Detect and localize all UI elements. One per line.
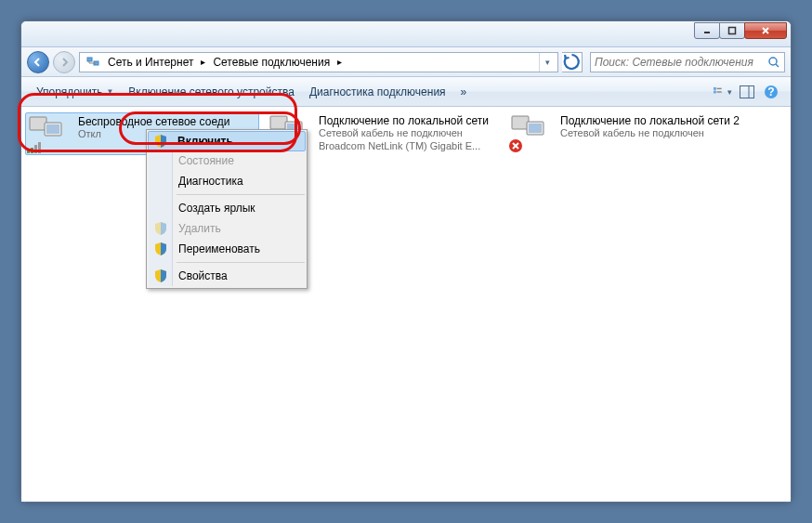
svg-rect-21 bbox=[270, 116, 287, 129]
svg-rect-28 bbox=[529, 124, 542, 133]
shield-icon bbox=[153, 268, 168, 283]
minimize-button[interactable] bbox=[694, 22, 720, 39]
view-button[interactable]: ▾ bbox=[713, 82, 733, 102]
svg-rect-6 bbox=[714, 86, 716, 89]
svg-text:?: ? bbox=[767, 85, 774, 98]
ctx-create-shortcut[interactable]: Создать ярлык bbox=[149, 198, 305, 218]
wifi-signal-icon bbox=[26, 141, 45, 154]
connection-status: Сетевой кабель не подключен bbox=[560, 127, 740, 139]
ctx-rename[interactable]: Переименовать bbox=[149, 239, 305, 259]
diagnose-button[interactable]: Диагностика подключения bbox=[302, 82, 453, 102]
error-x-icon bbox=[508, 138, 523, 153]
maximize-button[interactable] bbox=[719, 22, 745, 39]
search-icon bbox=[767, 56, 780, 69]
svg-rect-26 bbox=[512, 116, 529, 129]
network-icon bbox=[85, 55, 100, 70]
close-button[interactable] bbox=[744, 22, 787, 39]
explorer-window: Сеть и Интернет▸ Сетевые подключения▸ ▾ … bbox=[20, 20, 792, 503]
search-box[interactable] bbox=[590, 52, 785, 72]
shield-icon bbox=[153, 134, 168, 149]
address-row: Сеть и Интернет▸ Сетевые подключения▸ ▾ bbox=[21, 47, 791, 77]
preview-pane-button[interactable] bbox=[737, 82, 757, 102]
back-button[interactable] bbox=[27, 51, 49, 73]
shield-icon bbox=[153, 221, 168, 236]
ctx-properties[interactable]: Свойства bbox=[149, 266, 305, 286]
svg-rect-2 bbox=[87, 58, 92, 61]
svg-rect-19 bbox=[34, 145, 37, 153]
chevron-right-icon[interactable]: ▸ bbox=[334, 57, 346, 67]
connection-name: Беспроводное сетевое соеди bbox=[78, 115, 256, 128]
connection-name: Подключение по локальной сети 2 bbox=[560, 114, 740, 127]
enable-device-button[interactable]: Включение сетевого устройства bbox=[121, 82, 302, 102]
toolbar-more[interactable]: » bbox=[453, 82, 475, 102]
wireless-adapter-icon bbox=[28, 115, 72, 152]
svg-rect-10 bbox=[740, 85, 754, 98]
ctx-diagnostics[interactable]: Диагностика bbox=[149, 171, 305, 191]
connection-device: Broadcom NetLink (TM) Gigabit E... bbox=[319, 140, 499, 152]
address-dropdown[interactable]: ▾ bbox=[539, 53, 556, 72]
breadcrumb-parent[interactable]: Сеть и Интернет▸ bbox=[104, 53, 209, 72]
ctx-enable[interactable]: Включить bbox=[148, 131, 306, 151]
separator bbox=[177, 194, 305, 195]
svg-line-5 bbox=[776, 64, 779, 67]
svg-rect-9 bbox=[717, 91, 722, 92]
svg-rect-17 bbox=[27, 150, 30, 153]
svg-rect-14 bbox=[30, 117, 46, 130]
svg-point-4 bbox=[769, 58, 777, 65]
refresh-button[interactable] bbox=[562, 52, 583, 72]
chevron-right-icon[interactable]: ▸ bbox=[197, 57, 209, 67]
svg-rect-20 bbox=[38, 142, 41, 153]
toolbar: Упорядочить▼ Включение сетевого устройст… bbox=[21, 77, 791, 107]
lan-adapter-icon bbox=[510, 114, 555, 151]
svg-rect-8 bbox=[717, 87, 722, 88]
connection-status: Сетевой кабель не подключен bbox=[319, 127, 499, 139]
svg-rect-16 bbox=[46, 124, 59, 134]
context-menu: Включить Состояние Диагностика Создать я… bbox=[146, 129, 308, 289]
breadcrumb-current[interactable]: Сетевые подключения▸ bbox=[209, 53, 346, 72]
forward-button[interactable] bbox=[53, 51, 75, 73]
svg-rect-18 bbox=[31, 148, 33, 153]
svg-rect-1 bbox=[729, 28, 736, 34]
content-area[interactable]: Беспроводное сетевое соеди Откл Подключе… bbox=[21, 107, 791, 502]
titlebar[interactable] bbox=[21, 21, 791, 47]
search-input[interactable] bbox=[595, 56, 767, 69]
help-button[interactable]: ? bbox=[761, 82, 781, 102]
ctx-status: Состояние bbox=[149, 150, 305, 171]
svg-rect-7 bbox=[714, 90, 716, 93]
separator bbox=[177, 262, 305, 263]
connection-lan-2[interactable]: Подключение по локальной сети 2 Сетевой … bbox=[508, 112, 742, 153]
connection-name: Подключение по локальной сети bbox=[319, 114, 499, 127]
shield-icon bbox=[153, 242, 168, 256]
address-bar[interactable]: Сеть и Интернет▸ Сетевые подключения▸ ▾ bbox=[79, 52, 558, 72]
ctx-delete: Удалить bbox=[149, 218, 305, 239]
organize-button[interactable]: Упорядочить▼ bbox=[29, 82, 121, 102]
